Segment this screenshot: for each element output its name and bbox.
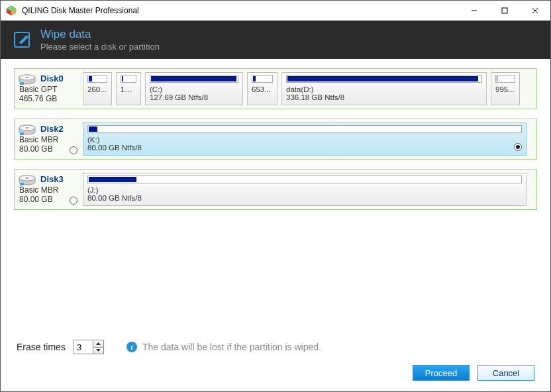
disk-type: Basic GPT bbox=[19, 85, 76, 94]
partition-info: 653... bbox=[252, 85, 273, 93]
partition[interactable]: 16.... bbox=[116, 72, 141, 105]
minimize-button[interactable] bbox=[459, 1, 489, 21]
usage-bar bbox=[121, 75, 136, 83]
usage-bar bbox=[87, 75, 107, 83]
disk-row[interactable]: Disk2Basic MBR80.00 GB(K:)80.00 GB Ntfs/… bbox=[14, 119, 537, 160]
erase-times-label: Erase times bbox=[17, 342, 66, 352]
disk-header: Disk3Basic MBR80.00 GB bbox=[18, 173, 76, 206]
spinner-down-button[interactable] bbox=[93, 348, 103, 354]
disk-size: 80.00 GB bbox=[19, 195, 76, 204]
disk-radio[interactable] bbox=[70, 146, 77, 154]
wipe-icon bbox=[13, 30, 31, 49]
close-button[interactable] bbox=[520, 1, 550, 21]
proceed-button[interactable]: Proceed bbox=[413, 365, 470, 381]
partition-radio[interactable] bbox=[514, 143, 522, 151]
page-header: Wipe data Please select a disk or partit… bbox=[1, 21, 550, 59]
disk-size: 80.00 GB bbox=[19, 144, 76, 154]
svg-rect-20 bbox=[20, 183, 24, 185]
usage-bar bbox=[87, 175, 522, 183]
partition-info: 16.... bbox=[121, 85, 136, 93]
partition[interactable]: (J:)80.00 GB Ntfs/8 bbox=[83, 173, 526, 206]
svg-rect-5 bbox=[502, 8, 507, 13]
partition-label: (J:) bbox=[87, 186, 522, 194]
partition-info: 336.18 GB Ntfs/8 bbox=[286, 93, 482, 101]
partition-list: (J:)80.00 GB Ntfs/8 bbox=[83, 173, 533, 206]
partition[interactable]: (K:)80.00 GB Ntfs/8 bbox=[83, 122, 526, 156]
page-subtitle: Please select a disk or partition bbox=[40, 42, 160, 52]
partition-label: (C:) bbox=[150, 85, 238, 93]
partition-info: 127.69 GB Ntfs/8 bbox=[150, 93, 238, 101]
disk-header: Disk0Basic GPT465.76 GB bbox=[18, 72, 76, 105]
page-title: Wipe data bbox=[40, 28, 160, 41]
partition-label: (K:) bbox=[87, 136, 522, 144]
erase-times-spinner[interactable] bbox=[74, 340, 104, 354]
usage-bar bbox=[87, 125, 522, 133]
partition-list: 260...16....(C:)127.69 GB Ntfs/8653...da… bbox=[83, 72, 533, 105]
erase-times-input[interactable] bbox=[74, 340, 93, 354]
disk-row[interactable]: Disk3Basic MBR80.00 GB(J:)80.00 GB Ntfs/… bbox=[14, 169, 537, 210]
info-text: The data will be lost if the partition i… bbox=[142, 342, 321, 352]
app-window: QILING Disk Master Professional Wipe dat… bbox=[0, 0, 551, 392]
disk-name: Disk3 bbox=[40, 174, 76, 184]
partition[interactable]: 995... bbox=[491, 72, 520, 105]
usage-bar bbox=[495, 75, 515, 83]
disk-icon bbox=[18, 74, 36, 86]
usage-bar bbox=[286, 75, 482, 83]
erase-row: Erase times i The data will be lost if t… bbox=[1, 333, 550, 360]
disk-size: 465.76 GB bbox=[19, 94, 76, 103]
cancel-button[interactable]: Cancel bbox=[477, 365, 534, 381]
title-text: QILING Disk Master Professional bbox=[22, 6, 459, 15]
disk-header: Disk2Basic MBR80.00 GB bbox=[18, 122, 76, 156]
info-icon: i bbox=[126, 342, 137, 352]
disk-icon bbox=[18, 124, 36, 136]
svg-point-15 bbox=[26, 127, 29, 128]
partition[interactable]: 653... bbox=[247, 72, 277, 105]
disk-name: Disk2 bbox=[40, 124, 76, 134]
partition-list: (K:)80.00 GB Ntfs/8 bbox=[83, 122, 533, 156]
partition-info: 80.00 GB Ntfs/8 bbox=[87, 194, 522, 202]
svg-rect-12 bbox=[20, 82, 24, 85]
svg-point-19 bbox=[26, 177, 29, 179]
app-icon bbox=[6, 5, 17, 16]
button-row: Proceed Cancel bbox=[1, 360, 550, 391]
svg-marker-22 bbox=[96, 349, 101, 352]
partition-label: data(D:) bbox=[286, 85, 482, 93]
partition[interactable]: 260... bbox=[83, 72, 112, 105]
partition[interactable]: data(D:)336.18 GB Ntfs/8 bbox=[281, 72, 487, 105]
disk-radio[interactable] bbox=[70, 197, 77, 205]
partition-info: 260... bbox=[87, 85, 107, 93]
maximize-button[interactable] bbox=[489, 1, 520, 21]
disk-row[interactable]: Disk0Basic GPT465.76 GB260...16....(C:)1… bbox=[14, 68, 537, 109]
disk-icon bbox=[18, 175, 36, 187]
spinner-up-button[interactable] bbox=[93, 340, 103, 348]
disk-list: Disk0Basic GPT465.76 GB260...16....(C:)1… bbox=[1, 59, 550, 333]
usage-bar bbox=[252, 75, 273, 83]
partition[interactable]: (C:)127.69 GB Ntfs/8 bbox=[145, 72, 243, 105]
partition-info: 995... bbox=[495, 85, 515, 93]
svg-marker-21 bbox=[96, 342, 101, 345]
disk-type: Basic MBR bbox=[19, 135, 76, 144]
disk-type: Basic MBR bbox=[19, 185, 76, 195]
partition-info: 80.00 GB Ntfs/8 bbox=[87, 144, 522, 152]
svg-rect-16 bbox=[20, 132, 24, 135]
title-bar: QILING Disk Master Professional bbox=[1, 1, 550, 21]
svg-point-11 bbox=[26, 77, 29, 78]
usage-bar bbox=[150, 75, 238, 83]
disk-name: Disk0 bbox=[40, 74, 76, 83]
